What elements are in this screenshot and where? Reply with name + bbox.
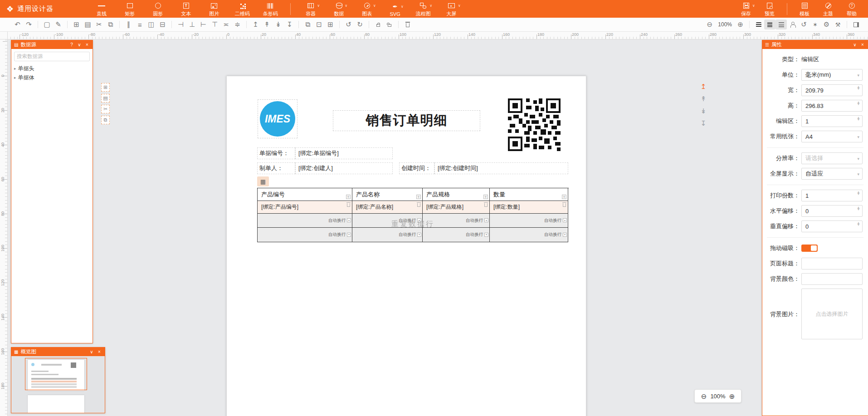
table-header-cell[interactable]: 产品规格T [423, 188, 490, 201]
tree-item-bill-header[interactable]: ▸ 单据头 [11, 64, 93, 73]
h-offset-input[interactable]: 0 [801, 205, 863, 217]
width-input[interactable]: 209.79 [801, 84, 863, 96]
rotate-left-icon[interactable]: ↺ [343, 20, 354, 29]
unit-select[interactable]: 毫米(mm) [801, 69, 863, 81]
preview-button[interactable]: 预览 [759, 0, 780, 17]
cell-option-icon[interactable]: ▾ [563, 218, 567, 222]
order-no-label[interactable]: 单据编号： [257, 147, 295, 159]
trash-icon[interactable] [417, 203, 420, 207]
create-time-binding[interactable]: [绑定:创建时间] [434, 162, 568, 174]
table-autowrap-cell[interactable]: 自动换行▾ [258, 214, 352, 228]
cell-option-icon[interactable]: ▾ [563, 233, 567, 237]
bring-to-front-icon[interactable]: ↥ [250, 20, 261, 29]
stepper-icons[interactable]: ▲▼ [857, 86, 860, 90]
close-icon[interactable]: × [97, 349, 102, 354]
tool-flowchart[interactable]: ∨流程图 [410, 0, 436, 17]
clone-style-icon[interactable]: ⊡ [313, 20, 325, 29]
grid-view-icon[interactable] [764, 20, 775, 29]
overview-viewport-rect[interactable] [25, 358, 87, 390]
clone-icon[interactable]: ⧉ [302, 20, 313, 29]
send-to-back-icon[interactable]: ↧ [284, 20, 295, 29]
table-autowrap-cell[interactable]: 自动换行▾ [490, 228, 568, 242]
height-input[interactable]: 296.83 [801, 100, 863, 112]
magic-wand-icon[interactable]: ✶ [809, 20, 821, 29]
table-binding-cell[interactable]: [绑定:数量] [490, 201, 568, 214]
cell-option-icon[interactable]: ▾ [347, 233, 351, 237]
gear-icon[interactable]: ⚙ [821, 20, 832, 29]
order-no-binding[interactable]: [绑定:单据编号] [295, 147, 393, 159]
list-view-icon[interactable] [775, 20, 787, 29]
cell-option-icon[interactable]: ▾ [417, 218, 421, 222]
save-button[interactable]: ∨保存 [735, 0, 757, 17]
cut-element-icon[interactable]: ✂ [101, 105, 110, 113]
move-to-top-icon[interactable]: ↥ [701, 83, 707, 90]
stepper-icons[interactable]: ▲▼ [857, 117, 860, 121]
align-top-icon[interactable]: ⊤ [209, 20, 220, 29]
insert-element-icon[interactable]: ⊞ [101, 83, 110, 92]
move-to-bottom-icon[interactable]: ↧ [701, 120, 707, 127]
copy-element-icon[interactable]: ▤ [101, 94, 110, 103]
report-title-element[interactable]: 销售订单明细 [333, 110, 480, 131]
tool-barcode[interactable]: 条形码 [258, 0, 283, 17]
cell-option-icon[interactable]: ▾ [347, 218, 351, 222]
edit-area-input[interactable]: 1 [801, 115, 863, 127]
table-autowrap-cell[interactable]: 自动换行▾ [423, 214, 490, 228]
align-vertical-line-icon[interactable]: ∥ [123, 20, 134, 29]
tool-container[interactable]: ∨容器 [298, 0, 323, 17]
move-down-icon[interactable]: ↡ [701, 108, 707, 114]
table-autowrap-cell[interactable]: 自动换行▾ [258, 228, 352, 242]
dataset-icon[interactable] [753, 20, 764, 29]
cell-option-icon[interactable]: ▾ [484, 233, 488, 237]
tool-data[interactable]: ∨数据 [326, 0, 351, 17]
add-panel-icon[interactable]: ⊞ [71, 20, 82, 29]
bg-color-input[interactable] [801, 273, 863, 285]
tool-line[interactable]: 直线 [89, 0, 114, 17]
theme-button[interactable]: 主题 [817, 0, 839, 17]
unlock-icon[interactable] [384, 20, 395, 29]
table-settings-button[interactable]: ▦ [257, 176, 269, 186]
align-bottom-icon[interactable]: ⊥ [186, 20, 198, 29]
panel-columns-icon[interactable] [850, 20, 862, 29]
tool-circle[interactable]: 圆形 [145, 0, 171, 17]
copy-icon[interactable]: ▤ [82, 20, 93, 29]
align-vertical-center-icon[interactable]: ◫ [146, 20, 157, 29]
qr-code-image[interactable] [508, 98, 561, 151]
creator-binding[interactable]: [绑定:创建人] [295, 162, 393, 174]
move-up-icon[interactable]: ↟ [701, 95, 707, 102]
stepper-icons[interactable]: ▲▼ [857, 191, 860, 196]
new-file-icon[interactable]: ▢ [41, 20, 53, 29]
align-right-icon[interactable]: ⊢ [198, 20, 209, 29]
resolution-select[interactable]: 请选择 [801, 152, 863, 164]
creator-label[interactable]: 制单人： [257, 162, 295, 174]
tool-chart[interactable]: ∨图表 [354, 0, 380, 17]
collapse-icon[interactable]: ∨ [89, 349, 94, 354]
search-datasource-input[interactable]: 搜索数据源 [14, 52, 90, 61]
zoom-in-icon[interactable]: ⊕ [735, 20, 746, 29]
trash-icon[interactable] [563, 203, 566, 207]
paper-select[interactable]: A4 [801, 131, 863, 142]
stepper-icons[interactable]: ▲▼ [857, 207, 860, 211]
history-icon[interactable]: ↺ [798, 20, 809, 29]
trash-icon[interactable] [347, 203, 350, 207]
table-autowrap-cell[interactable]: 自动换行▾ [352, 214, 423, 228]
design-canvas[interactable]: IMES 销售订单明细 [8, 39, 868, 416]
trash-icon[interactable] [484, 203, 488, 207]
v-offset-input[interactable]: 0 [801, 220, 863, 232]
tool-bigscreen[interactable]: ▸∨大屏 [439, 0, 464, 17]
zoom-in-icon[interactable]: ⊕ [729, 393, 735, 400]
align-horizontal-center-icon[interactable]: ⊟ [157, 20, 168, 29]
template-button[interactable]: 模板 [794, 0, 815, 17]
tool-svg[interactable]: ✒∨SVG [382, 1, 408, 17]
align-left-icon[interactable]: ⊣ [175, 20, 186, 29]
page-title-input[interactable] [801, 258, 863, 269]
table-autowrap-cell[interactable]: 自动换行▾ [423, 228, 490, 242]
table-header-cell[interactable]: 数量T [490, 188, 568, 201]
cell-option-icon[interactable]: ▾ [417, 233, 421, 237]
collapse-icon[interactable]: ∨ [77, 42, 82, 47]
tool-image[interactable]: 图片 [201, 0, 227, 17]
move-up-icon[interactable]: ↟ [261, 20, 273, 29]
tools-icon[interactable]: ⚒ [832, 20, 844, 29]
help-icon[interactable]: ? [69, 42, 74, 47]
lock-icon[interactable] [372, 20, 384, 29]
drag-snap-toggle[interactable] [801, 245, 818, 252]
